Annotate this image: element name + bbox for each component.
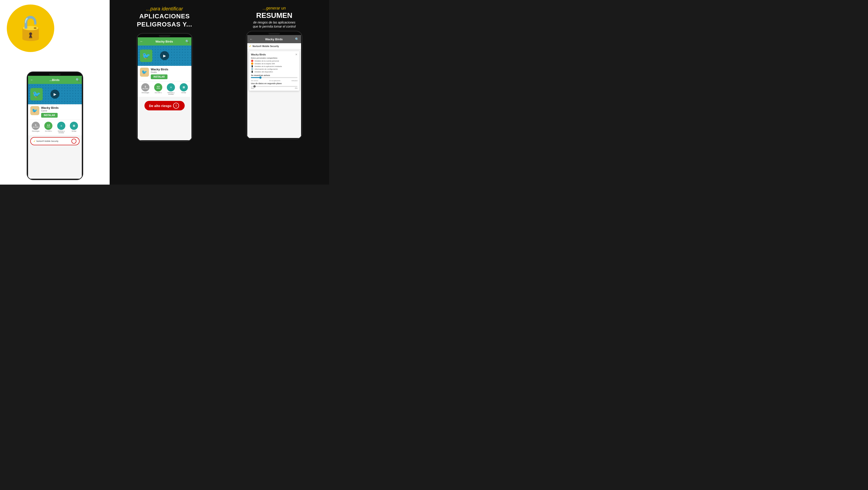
right-bold-text: RESUMEN: [253, 11, 296, 20]
stat-circle-dl-mid: 5 MILLONES: [141, 83, 149, 91]
dialog-slider-section: Se muestran avisos Sin avisos En la apli…: [251, 74, 298, 81]
stat-rating-left: 4,5 ★★★★ 212.009 ±: [44, 122, 53, 134]
install-btn-middle[interactable]: INSTALAR: [151, 75, 167, 79]
install-btn-left[interactable]: INSTALAR: [41, 113, 58, 118]
dialog-item-icon-2: 📱: [251, 65, 253, 67]
phone-right-inner: ← Wacky Birds 🔍 ✔ Norton® Mobile Securit…: [247, 35, 301, 138]
dialog-item-text-2: Detalles de la aplicación instalada: [254, 65, 282, 67]
stat-label-rt-mid: 212.009 ±: [155, 92, 162, 93]
data-slider-track: [251, 86, 298, 87]
dialog-item-icon-1: 🟠: [251, 62, 253, 65]
slider-track: [251, 77, 298, 78]
middle-heading: ...para identificar APLICACIONESPELIGROS…: [132, 0, 197, 31]
data-slider-thumb[interactable]: [253, 85, 256, 88]
middle-italic-text: ...para identificar: [146, 6, 183, 11]
stat-rating-middle: 4,5 ★★★★ 212.009 ±: [154, 83, 162, 95]
dialog-item-text-4: Detalles del dispositivo: [254, 71, 273, 73]
dialog-item-icon-4: 📱: [251, 70, 253, 73]
app-bar-title-middle: Wacky Birds: [156, 40, 173, 43]
phone-middle-wrapper: ← Wacky Birds 🔍 🐦 ▶ 🐦: [136, 33, 193, 142]
data-slider-labels: Bajo Alto: [251, 87, 298, 89]
norton-header-text: Norton® Mobile Security: [252, 45, 279, 48]
right-heading: ...generar un RESUMEN de riesgos de las …: [248, 0, 300, 30]
panel-left: 🔓 ← ...Birds 🔍 🐦 ▶: [0, 0, 110, 184]
right-italic-text: ...generar un: [263, 6, 286, 10]
slider-labels: Sin avisos En la aplicación Intrusivo: [251, 80, 298, 81]
norton-bar-text-left: ✔ Norton® Mobile Security: [33, 140, 59, 143]
norton-dialog-box: Wacky Birds ✕ Datos personales compartid…: [249, 51, 299, 91]
stat-similar-middle: ⊞ Similar: [180, 83, 188, 95]
dialog-item-1: 🟠 Detalles de la tarjeta SIM: [251, 62, 298, 65]
norton-toggle[interactable]: [71, 139, 76, 144]
norton-check-icon: ✔: [33, 140, 35, 143]
dialog-title-row: Wacky Birds ✕: [251, 53, 298, 56]
app-bar-title-left: ...Birds: [50, 78, 59, 82]
norton-bar-left: ✔ Norton® Mobile Security: [30, 137, 80, 145]
dialog-app-title: Wacky Birds: [251, 53, 266, 56]
stat-circle-rating: 4,5 ★★★★: [44, 122, 53, 130]
middle-bold-text: APLICACIONESPELIGROSAS y...: [137, 12, 192, 29]
app-bar-middle: ← Wacky Birds 🔍: [138, 37, 191, 46]
stat-downloads-left: 5 MILLONES Descargas: [32, 122, 40, 134]
right-sub-text: de riesgos de las aplicacionesque le per…: [253, 20, 296, 29]
risk-badge: De alto riesgo !: [145, 101, 185, 110]
stat-label-rating: 212.009 ±: [45, 130, 52, 132]
phone-left-inner: ← ...Birds 🔍 🐦 ▶ 🐦: [28, 76, 82, 179]
dialog-data-section: Uso de datos en segundo plano Bajo Alto: [251, 82, 298, 89]
slider-label-1: En la aplicación: [270, 80, 281, 81]
app-banner-middle: 🐦 ▶: [138, 46, 191, 66]
lock-icon: 🔓: [17, 17, 45, 39]
stats-row-middle: 5 MILLONES Descargas 4,5 ★★★★ 212.009 ±: [138, 81, 191, 97]
dialog-item-icon-0: 🔴: [251, 60, 253, 62]
app-bar-right: ← Wacky Birds 🔍: [247, 35, 301, 43]
app-info-middle: 🐦 Wacky Birds Gratis INSTALAR: [138, 66, 191, 81]
dialog-section1-title: Datos personales compartidos: [251, 57, 298, 59]
phone-right: ← Wacky Birds 🔍 ✔ Norton® Mobile Securit…: [246, 31, 303, 139]
play-button-left[interactable]: ▶: [51, 90, 59, 98]
app-title-left: Wacky Birds: [41, 106, 80, 110]
stat-label-similar: Similar: [72, 130, 76, 132]
bird-image-middle: 🐦: [140, 50, 152, 62]
app-bar-left: ← ...Birds 🔍: [28, 76, 82, 84]
risk-text: De alto riesgo: [149, 104, 171, 108]
dialog-data-title: Uso de datos en segundo plano: [251, 82, 298, 85]
app-subtitle-middle: Gratis: [151, 71, 189, 74]
stat-circle-sm-mid: ⊞: [180, 83, 188, 91]
dialog-close-icon[interactable]: ✕: [295, 53, 298, 56]
app-title-middle: Wacky Birds: [151, 68, 189, 71]
stat-circle-nw-mid: ≡: [167, 83, 175, 91]
search-icon-middle: 🔍: [185, 39, 189, 43]
search-icon-right: 🔍: [295, 37, 299, 41]
stat-circle-rt-mid: 4,5 ★★★★: [154, 83, 162, 91]
dialog-item-text-3: Información de configuración: [254, 68, 278, 70]
back-icon-right: ←: [250, 37, 253, 41]
slider-thumb[interactable]: [259, 77, 261, 79]
norton-logo-circle: 🔓: [7, 4, 54, 52]
slider-label-0: Sin avisos: [251, 80, 258, 81]
dialog-item-3: ⚙️ Información de configuración: [251, 68, 298, 70]
bird-image-left: 🐦: [30, 88, 43, 100]
panel-right: ...generar un RESUMEN de riesgos de las …: [219, 0, 329, 184]
stat-news-left: ≡ Noticias yrevistas: [57, 122, 65, 134]
stat-label-news: Noticias yrevistas: [58, 130, 65, 134]
stat-label-downloads: Descargas: [32, 130, 39, 132]
stat-circle-downloads: 5 MILLONES: [32, 122, 40, 130]
stat-similar-left: ⊞ Similar: [70, 122, 78, 134]
slider-label-2: Intrusivo: [291, 80, 298, 81]
data-label-low: Bajo: [251, 87, 254, 89]
norton-dialog-header-bar: ✔ Norton® Mobile Security: [247, 43, 301, 49]
stat-label-sm-mid: Similar: [181, 92, 186, 93]
phone-right-wrapper: ← Wacky Birds 🔍 ✔ Norton® Mobile Securit…: [246, 31, 303, 139]
stat-downloads-middle: 5 MILLONES Descargas: [141, 83, 149, 95]
app-subtitle-left: Game: [41, 110, 80, 112]
dialog-item-4: 📱 Detalles del dispositivo: [251, 70, 298, 73]
app-bar-title-right: Wacky Birds: [265, 37, 283, 41]
dialog-item-text-0: Detalles de la cuenta personal: [254, 60, 279, 62]
panel-middle: ...para identificar APLICACIONESPELIGROS…: [110, 0, 219, 184]
stat-label-dl-mid: Descargas: [142, 92, 149, 93]
risk-icon: !: [173, 103, 179, 109]
main-scene: 🔓 ← ...Birds 🔍 🐦 ▶: [0, 0, 329, 184]
dialog-item-2: 📱 Detalles de la aplicación instalada: [251, 65, 298, 67]
phone-left: ← ...Birds 🔍 🐦 ▶ 🐦: [27, 71, 83, 180]
dialog-item-text-1: Detalles de la tarjeta SIM: [254, 63, 275, 65]
